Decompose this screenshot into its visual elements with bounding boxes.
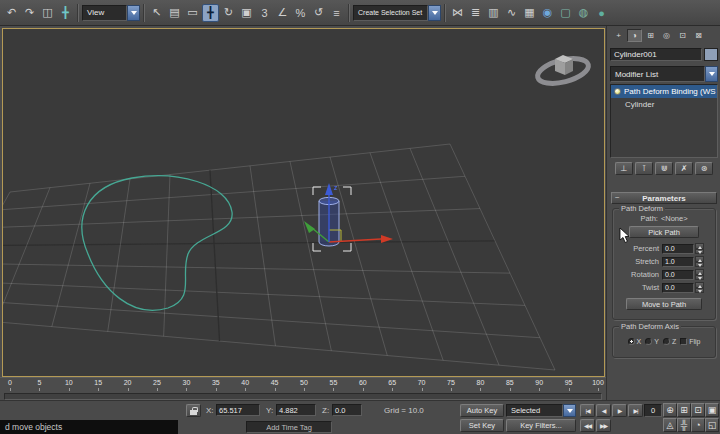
bind-to-space-warp-button[interactable]: ╋ — [57, 4, 74, 22]
z-coordinate-field[interactable]: 0.0 — [332, 404, 362, 416]
pan-button[interactable]: ╬ — [677, 418, 691, 432]
x-coordinate-field[interactable]: 65.517 — [216, 404, 260, 416]
maximize-viewport-button[interactable]: ◱ — [705, 418, 719, 432]
remove-modifier-button[interactable]: ✗ — [675, 162, 693, 175]
tick-mark — [39, 388, 40, 391]
reference-coordinate-dropdown[interactable]: View — [82, 5, 140, 21]
axis-z-radio[interactable]: Z — [663, 338, 676, 345]
tick-mark — [510, 388, 511, 391]
zoom-extents-button[interactable]: ⊡ — [691, 403, 705, 417]
axis-x-radio[interactable]: X — [628, 338, 642, 345]
percent-value-field[interactable]: 0.0 — [662, 244, 694, 254]
go-to-start-button[interactable]: |◀ — [580, 404, 595, 417]
chevron-down-icon[interactable] — [127, 5, 140, 21]
select-object-button[interactable]: ↖ — [148, 4, 165, 22]
angle-snap-toggle-button[interactable]: ∠ — [274, 4, 291, 22]
zoom-button[interactable]: ⊕ — [663, 403, 677, 417]
named-selection-set-dropdown[interactable]: Create Selection Set — [353, 5, 441, 21]
zoom-extents-all-button[interactable]: ▣ — [705, 403, 719, 417]
material-editor-button[interactable]: ◉ — [539, 4, 556, 22]
snaps-toggle-button[interactable]: 3 — [256, 4, 273, 22]
layer-manager-button[interactable]: ▥ — [485, 4, 502, 22]
schematic-view-button[interactable]: ▦ — [521, 4, 538, 22]
auto-key-toggle[interactable]: Auto Key — [460, 404, 504, 417]
chevron-down-icon[interactable] — [428, 5, 441, 21]
tab-utilities[interactable]: ⊠ — [691, 29, 706, 42]
go-to-end-button[interactable]: ▶| — [628, 404, 643, 417]
modifier-list-dropdown[interactable]: Modifier List — [610, 66, 718, 82]
select-by-name-button[interactable]: ▤ — [166, 4, 183, 22]
tick-mark — [392, 388, 393, 391]
orbit-button[interactable]: ◔ — [691, 418, 705, 432]
twist-spin-down[interactable] — [695, 288, 704, 294]
z-coordinate-label: Z: — [322, 406, 329, 415]
viewcube[interactable] — [535, 54, 591, 88]
render-production-button[interactable]: ● — [593, 4, 610, 22]
select-and-uniform-scale-button[interactable]: ▣ — [238, 4, 255, 22]
perspective-viewport[interactable]: z — [2, 28, 605, 377]
tick-mark — [333, 388, 334, 391]
track-bar[interactable] — [4, 393, 602, 400]
previous-frame-button[interactable]: ◀ — [596, 404, 611, 417]
percent-snap-toggle-button[interactable]: % — [292, 4, 309, 22]
make-unique-button[interactable]: ⋓ — [655, 162, 673, 175]
spinner-snap-toggle-button[interactable]: ↺ — [310, 4, 327, 22]
mirror-button[interactable]: ⋈ — [449, 4, 466, 22]
chevron-down-icon[interactable] — [563, 404, 576, 417]
field-of-view-button[interactable]: ◬ — [663, 418, 677, 432]
flip-checkbox[interactable]: Flip — [680, 338, 700, 345]
render-setup-button[interactable]: ▢ — [557, 4, 574, 22]
axis-y-radio[interactable]: Y — [645, 338, 659, 345]
chevron-down-icon[interactable] — [705, 66, 718, 82]
previous-key-button[interactable]: ◀◀ — [580, 419, 595, 432]
align-button[interactable]: ≣ — [467, 4, 484, 22]
tick-mark — [480, 388, 481, 391]
object-name-field[interactable]: Cylinder001 — [610, 48, 702, 61]
tick-mark — [98, 388, 99, 391]
edit-named-selection-sets-button[interactable]: ≡ — [328, 4, 345, 22]
current-frame-field[interactable]: 0 — [644, 404, 662, 417]
stretch-spin-down[interactable] — [695, 262, 704, 268]
modifier-enable-bulb-icon[interactable] — [614, 88, 621, 95]
next-key-button[interactable]: ▶▶ — [596, 419, 611, 432]
rectangular-selection-region-button[interactable]: ▭ — [184, 4, 201, 22]
show-end-result-button[interactable]: ⊺ — [635, 162, 653, 175]
tab-motion[interactable]: ◎ — [659, 29, 674, 42]
toolbar-separator — [444, 4, 446, 22]
play-button[interactable]: ▶ — [612, 404, 627, 417]
twist-value-field[interactable]: 0.0 — [662, 283, 694, 293]
stretch-value-field[interactable]: 1.0 — [662, 257, 694, 267]
rotation-spin-down[interactable] — [695, 275, 704, 281]
curve-editor-button[interactable]: ∿ — [503, 4, 520, 22]
selected-dropdown[interactable]: Selected — [506, 404, 576, 417]
pin-stack-button[interactable]: ⊥ — [615, 162, 633, 175]
select-and-link-button[interactable]: ◫ — [39, 4, 56, 22]
object-color-swatch[interactable] — [704, 48, 718, 61]
percent-spin-down[interactable] — [695, 249, 704, 255]
select-and-move-button[interactable]: ╋ — [202, 4, 219, 22]
rotation-value-field[interactable]: 0.0 — [662, 270, 694, 280]
undo-button[interactable]: ↶ — [3, 4, 20, 22]
configure-modifier-sets-button[interactable]: ⊛ — [695, 162, 713, 175]
rendered-frame-window-button[interactable]: ◍ — [575, 4, 592, 22]
frame-ruler[interactable]: 0510152025303540455055606570758085909510… — [0, 378, 606, 392]
add-time-tag-field[interactable]: Add Time Tag — [246, 421, 332, 433]
modifier-stack-item[interactable]: Path Deform Binding (WS — [611, 85, 717, 98]
select-and-rotate-button[interactable]: ↻ — [220, 4, 237, 22]
selection-lock-toggle[interactable] — [186, 404, 201, 417]
y-coordinate-field[interactable]: 4.882 — [276, 404, 316, 416]
pick-path-button[interactable]: Pick Path — [629, 226, 699, 238]
zoom-all-button[interactable]: ⊞ — [677, 403, 691, 417]
key-filters-button[interactable]: Key Filters... — [506, 419, 576, 432]
parameters-rollout-header[interactable]: − Parameters — [611, 192, 717, 204]
move-to-path-button[interactable]: Move to Path — [626, 298, 702, 310]
tab-modify[interactable]: ◑ — [627, 29, 642, 42]
modifier-stack-item[interactable]: Cylinder — [611, 98, 717, 111]
tab-hierarchy[interactable]: ⊞ — [643, 29, 658, 42]
transform-gizmo[interactable]: z — [304, 183, 393, 243]
tab-create[interactable]: + — [611, 29, 626, 42]
redo-button[interactable]: ↷ — [21, 4, 38, 22]
time-slider[interactable]: 0510152025303540455055606570758085909510… — [0, 377, 606, 400]
set-key-button[interactable]: Set Key — [460, 419, 504, 432]
tab-display[interactable]: ⊡ — [675, 29, 690, 42]
